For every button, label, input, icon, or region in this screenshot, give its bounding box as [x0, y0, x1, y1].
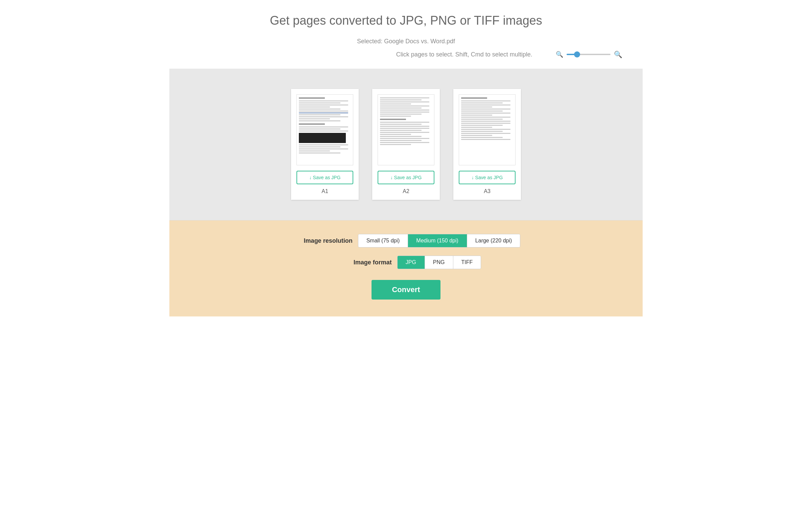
page-label-3: A3 [484, 188, 490, 195]
header-section: Get pages converted to JPG, PNG or TIFF … [169, 0, 643, 68]
selected-file: Selected: Google Docs vs. Word.pdf [176, 38, 636, 45]
page-preview-2 [378, 94, 434, 165]
resolution-medium-btn[interactable]: Medium (150 dpi) [408, 234, 467, 247]
zoom-slider[interactable] [567, 54, 610, 55]
format-option-group: JPG PNG TIFF [397, 256, 481, 269]
bottom-panel: Image resolution Small (75 dpi) Medium (… [169, 220, 643, 317]
page-preview-3 [459, 94, 515, 165]
page-label-2: A2 [403, 188, 409, 195]
resolution-option-group: Small (75 dpi) Medium (150 dpi) Large (2… [358, 234, 521, 247]
format-jpg-btn[interactable]: JPG [398, 256, 425, 269]
format-row: Image format JPG PNG TIFF [331, 256, 481, 269]
page-preview-1 [297, 94, 353, 165]
zoom-in-icon[interactable]: 🔍 [614, 51, 622, 59]
page-label-1: A1 [322, 188, 328, 195]
page-card-3[interactable]: ↓ Save as JPG A3 [453, 89, 521, 200]
resolution-label: Image resolution [292, 237, 352, 244]
convert-button[interactable]: Convert [371, 280, 440, 300]
resolution-small-btn[interactable]: Small (75 dpi) [358, 234, 408, 247]
save-as-jpg-btn-1[interactable]: ↓ Save as JPG [297, 171, 353, 184]
format-png-btn[interactable]: PNG [425, 256, 453, 269]
settings-container: Image resolution Small (75 dpi) Medium (… [176, 234, 636, 300]
resolution-large-btn[interactable]: Large (220 dpi) [467, 234, 520, 247]
format-tiff-btn[interactable]: TIFF [453, 256, 481, 269]
page-card-2[interactable]: ↓ Save as JPG A2 [372, 89, 440, 200]
page-card-1[interactable]: ↓ Save as JPG A1 [291, 89, 359, 200]
pages-grid: ↓ Save as JPG A1 [176, 89, 636, 200]
zoom-out-icon[interactable]: 🔍 [556, 51, 563, 58]
save-as-jpg-btn-3[interactable]: ↓ Save as JPG [459, 171, 515, 184]
zoom-control: 🔍 🔍 [556, 51, 622, 59]
instructions-text: Click pages to select. Shift, Cmd to sel… [373, 51, 556, 58]
resolution-row: Image resolution Small (75 dpi) Medium (… [292, 234, 521, 247]
instructions-row: Click pages to select. Shift, Cmd to sel… [176, 51, 636, 59]
page-wrapper: Get pages converted to JPG, PNG or TIFF … [169, 0, 643, 317]
main-title: Get pages converted to JPG, PNG or TIFF … [176, 14, 636, 28]
save-as-jpg-btn-2[interactable]: ↓ Save as JPG [378, 171, 434, 184]
format-label: Image format [331, 259, 392, 266]
pages-area: ↓ Save as JPG A1 [169, 68, 643, 220]
